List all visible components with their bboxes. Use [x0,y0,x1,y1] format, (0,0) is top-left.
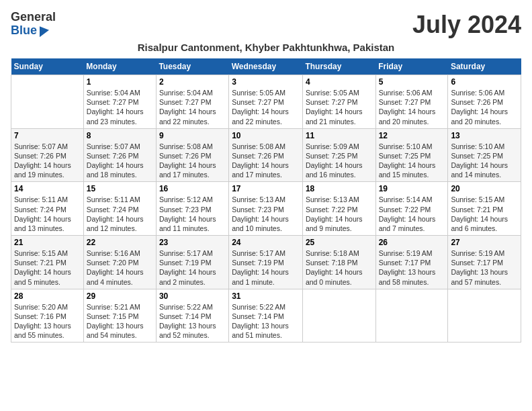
day-number: 19 [379,184,445,193]
logo-blue: Blue [11,24,56,38]
calendar-body: 1Sunrise: 5:04 AMSunset: 7:27 PMDaylight… [11,75,521,342]
calendar-cell: 22Sunrise: 5:16 AMSunset: 7:20 PMDayligh… [83,236,156,289]
day-of-week-header: Saturday [448,58,521,75]
day-of-week-header: Friday [375,58,448,75]
cell-details: Sunrise: 5:10 AMSunset: 7:25 PMDaylight:… [451,142,518,180]
calendar-cell: 12Sunrise: 5:10 AMSunset: 7:25 PMDayligh… [375,128,448,182]
calendar-cell: 17Sunrise: 5:13 AMSunset: 7:23 PMDayligh… [229,182,303,236]
calendar-header-row: SundayMondayTuesdayWednesdayThursdayFrid… [11,58,521,75]
calendar-cell: 10Sunrise: 5:08 AMSunset: 7:26 PMDayligh… [229,128,303,182]
cell-details: Sunrise: 5:05 AMSunset: 7:27 PMDaylight:… [232,88,300,126]
cell-details: Sunrise: 5:07 AMSunset: 7:26 PMDaylight:… [87,142,153,180]
cell-details: Sunrise: 5:05 AMSunset: 7:27 PMDaylight:… [306,88,373,126]
cell-details: Sunrise: 5:16 AMSunset: 7:20 PMDaylight:… [87,248,153,287]
calendar-cell [448,289,521,342]
cell-details: Sunrise: 5:19 AMSunset: 7:17 PMDaylight:… [379,248,445,287]
calendar-week-row: 21Sunrise: 5:15 AMSunset: 7:21 PMDayligh… [11,236,521,289]
day-number: 18 [306,184,373,193]
cell-details: Sunrise: 5:13 AMSunset: 7:23 PMDaylight:… [232,195,300,233]
day-number: 15 [87,184,153,193]
calendar-week-row: 14Sunrise: 5:11 AMSunset: 7:24 PMDayligh… [11,182,521,236]
calendar-cell: 26Sunrise: 5:19 AMSunset: 7:17 PMDayligh… [375,236,448,289]
cell-details: Sunrise: 5:08 AMSunset: 7:26 PMDaylight:… [159,142,226,180]
day-number: 10 [232,131,300,140]
cell-details: Sunrise: 5:07 AMSunset: 7:26 PMDaylight:… [14,142,81,180]
day-number: 1 [87,77,153,87]
calendar-cell: 31Sunrise: 5:22 AMSunset: 7:14 PMDayligh… [229,289,303,342]
header: General Blue July 2024 [11,11,521,39]
logo-general: General [11,11,56,24]
calendar-cell: 8Sunrise: 5:07 AMSunset: 7:26 PMDaylight… [83,128,156,182]
calendar-cell [302,289,375,342]
calendar-cell: 15Sunrise: 5:11 AMSunset: 7:24 PMDayligh… [83,182,156,236]
day-number: 6 [451,77,518,87]
calendar-cell: 16Sunrise: 5:12 AMSunset: 7:23 PMDayligh… [156,182,228,236]
calendar-cell: 3Sunrise: 5:05 AMSunset: 7:27 PMDaylight… [229,75,303,129]
logo-arrow-icon [40,24,49,36]
day-number: 12 [379,131,445,140]
day-number: 2 [159,77,226,87]
cell-details: Sunrise: 5:14 AMSunset: 7:22 PMDaylight:… [379,195,445,233]
cell-details: Sunrise: 5:19 AMSunset: 7:17 PMDaylight:… [451,248,518,287]
calendar-cell: 2Sunrise: 5:04 AMSunset: 7:27 PMDaylight… [156,75,228,129]
day-number: 24 [232,238,300,247]
calendar-cell: 14Sunrise: 5:11 AMSunset: 7:24 PMDayligh… [11,182,84,236]
day-number: 31 [232,291,300,301]
day-number: 25 [306,238,373,247]
logo: General Blue [11,11,56,38]
day-number: 17 [232,184,300,193]
day-of-week-header: Wednesday [229,58,303,75]
day-number: 26 [379,238,445,247]
cell-details: Sunrise: 5:11 AMSunset: 7:24 PMDaylight:… [14,195,81,233]
day-number: 13 [451,131,518,140]
calendar-cell: 5Sunrise: 5:06 AMSunset: 7:27 PMDaylight… [375,75,448,129]
calendar-cell: 23Sunrise: 5:17 AMSunset: 7:19 PMDayligh… [156,236,228,289]
calendar-cell: 24Sunrise: 5:17 AMSunset: 7:19 PMDayligh… [229,236,303,289]
calendar-cell: 19Sunrise: 5:14 AMSunset: 7:22 PMDayligh… [375,182,448,236]
cell-details: Sunrise: 5:17 AMSunset: 7:19 PMDaylight:… [232,248,300,287]
calendar-cell: 6Sunrise: 5:06 AMSunset: 7:26 PMDaylight… [448,75,521,129]
calendar-table: SundayMondayTuesdayWednesdayThursdayFrid… [11,58,521,342]
day-number: 9 [159,131,226,140]
day-number: 28 [14,291,81,301]
cell-details: Sunrise: 5:10 AMSunset: 7:25 PMDaylight:… [379,142,445,180]
cell-details: Sunrise: 5:08 AMSunset: 7:26 PMDaylight:… [232,142,300,180]
cell-details: Sunrise: 5:15 AMSunset: 7:21 PMDaylight:… [451,195,518,233]
day-of-week-header: Monday [83,58,156,75]
calendar-cell [11,75,84,129]
calendar-week-row: 7Sunrise: 5:07 AMSunset: 7:26 PMDaylight… [11,128,521,182]
calendar-cell: 11Sunrise: 5:09 AMSunset: 7:25 PMDayligh… [302,128,375,182]
day-of-week-header: Sunday [11,58,84,75]
calendar-cell: 27Sunrise: 5:19 AMSunset: 7:17 PMDayligh… [448,236,521,289]
calendar-cell: 7Sunrise: 5:07 AMSunset: 7:26 PMDaylight… [11,128,84,182]
cell-details: Sunrise: 5:11 AMSunset: 7:24 PMDaylight:… [87,195,153,233]
cell-details: Sunrise: 5:22 AMSunset: 7:14 PMDaylight:… [159,302,226,340]
day-number: 14 [14,184,81,193]
calendar-cell [375,289,448,342]
day-number: 30 [159,291,226,301]
calendar-week-row: 1Sunrise: 5:04 AMSunset: 7:27 PMDaylight… [11,75,521,129]
cell-details: Sunrise: 5:22 AMSunset: 7:14 PMDaylight:… [232,302,300,340]
cell-details: Sunrise: 5:20 AMSunset: 7:16 PMDaylight:… [14,302,81,340]
cell-details: Sunrise: 5:15 AMSunset: 7:21 PMDaylight:… [14,248,81,287]
cell-details: Sunrise: 5:12 AMSunset: 7:23 PMDaylight:… [159,195,226,233]
cell-details: Sunrise: 5:21 AMSunset: 7:15 PMDaylight:… [87,302,153,340]
calendar-cell: 18Sunrise: 5:13 AMSunset: 7:22 PMDayligh… [302,182,375,236]
day-number: 5 [379,77,445,87]
day-of-week-header: Tuesday [156,58,228,75]
calendar-week-row: 28Sunrise: 5:20 AMSunset: 7:16 PMDayligh… [11,289,521,342]
calendar-cell: 4Sunrise: 5:05 AMSunset: 7:27 PMDaylight… [302,75,375,129]
cell-details: Sunrise: 5:09 AMSunset: 7:25 PMDaylight:… [306,142,373,180]
cell-details: Sunrise: 5:04 AMSunset: 7:27 PMDaylight:… [87,88,153,126]
day-number: 16 [159,184,226,193]
day-number: 4 [306,77,373,87]
cell-details: Sunrise: 5:06 AMSunset: 7:27 PMDaylight:… [379,88,445,126]
calendar-cell: 25Sunrise: 5:18 AMSunset: 7:18 PMDayligh… [302,236,375,289]
location: Risalpur Cantonment, Khyber Pakhtunkhwa,… [11,42,521,53]
calendar-cell: 13Sunrise: 5:10 AMSunset: 7:25 PMDayligh… [448,128,521,182]
cell-details: Sunrise: 5:04 AMSunset: 7:27 PMDaylight:… [159,88,226,126]
day-number: 7 [14,131,81,140]
cell-details: Sunrise: 5:18 AMSunset: 7:18 PMDaylight:… [306,248,373,287]
cell-details: Sunrise: 5:13 AMSunset: 7:22 PMDaylight:… [306,195,373,233]
day-number: 22 [87,238,153,247]
